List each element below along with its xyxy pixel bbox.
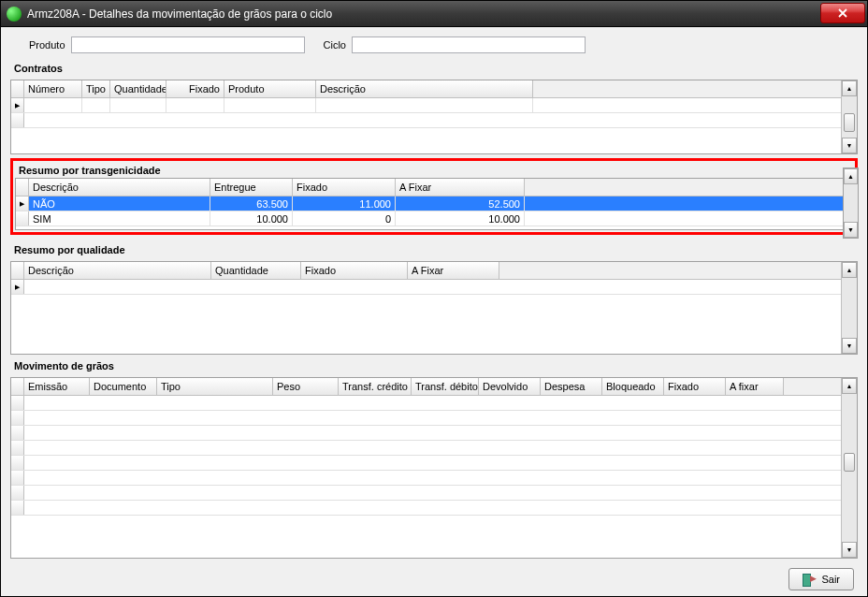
table-row[interactable]: SIM 10.000 0 10.000 — [16, 211, 852, 226]
col-produto[interactable]: Produto — [224, 80, 316, 97]
col-tipo[interactable]: Tipo — [157, 378, 273, 395]
row-indicator-icon — [11, 396, 24, 410]
col-despesa[interactable]: Despesa — [541, 378, 602, 395]
scrollbar-vertical[interactable]: ▲ ▼ — [843, 167, 859, 239]
row-indicator-icon — [11, 113, 24, 127]
col-a-fixar[interactable]: A Fixar — [408, 262, 499, 279]
col-quantidade[interactable]: Quantidade — [211, 262, 301, 279]
resumo-qualidade-title: Resumo por qualidade — [10, 242, 858, 257]
exit-icon — [803, 573, 816, 586]
col-transf-credito[interactable]: Transf. crédito — [339, 378, 412, 395]
scroll-thumb[interactable] — [844, 453, 855, 472]
titlebar-text: Armz208A - Detalhes da movimentação de g… — [27, 7, 332, 21]
row-indicator-icon — [11, 411, 24, 425]
row-indicator-icon — [11, 441, 24, 455]
row-indicator-icon — [16, 197, 29, 211]
produto-input[interactable] — [71, 36, 305, 53]
col-descricao[interactable]: Descrição — [316, 80, 533, 97]
row-indicator-icon — [11, 280, 24, 294]
scroll-down-icon[interactable]: ▼ — [842, 138, 857, 153]
col-entregue[interactable]: Entregue — [210, 179, 293, 196]
col-emissao[interactable]: Emissão — [24, 378, 90, 395]
contratos-body — [11, 98, 857, 153]
highlight-resumo-transg: Resumo por transgenicidade Descrição Ent… — [10, 158, 858, 235]
scroll-up-icon[interactable]: ▲ — [842, 378, 857, 394]
table-row[interactable]: NÃO 63.500 11.000 52.500 — [16, 197, 852, 211]
scrollbar-vertical[interactable]: ▲ ▼ — [841, 80, 857, 153]
scroll-down-icon[interactable]: ▼ — [842, 542, 857, 558]
col-tipo[interactable]: Tipo — [82, 80, 110, 97]
row-indicator-icon — [11, 456, 24, 470]
col-a-fixar[interactable]: A fixar — [726, 378, 784, 395]
scroll-up-icon[interactable]: ▲ — [844, 168, 858, 184]
movimento-title: Movimento de grãos — [10, 358, 858, 373]
table-row[interactable] — [11, 280, 857, 295]
col-descricao[interactable]: Descrição — [29, 179, 210, 196]
scroll-thumb[interactable] — [844, 113, 855, 132]
table-row[interactable] — [11, 113, 857, 128]
movimento-body — [11, 396, 857, 558]
row-indicator-icon — [11, 486, 24, 500]
table-row[interactable] — [11, 411, 857, 426]
scroll-down-icon[interactable]: ▼ — [842, 338, 857, 354]
resumo-transg-title: Resumo por transgenicidade — [15, 163, 853, 178]
titlebar: Armz208A - Detalhes da movimentação de g… — [1, 1, 867, 27]
col-bloqueado[interactable]: Bloqueado — [602, 378, 664, 395]
col-fixado[interactable]: Fixado — [166, 80, 224, 97]
table-row[interactable] — [11, 456, 857, 471]
close-button[interactable] — [820, 3, 865, 23]
resumo-qualidade-grid[interactable]: Descrição Quantidade Fixado A Fixar ▲ ▼ — [10, 261, 858, 355]
col-devolvido[interactable]: Devolvido — [479, 378, 541, 395]
contratos-grid[interactable]: Número Tipo Quantidade Fixado Produto De… — [10, 80, 858, 154]
col-peso[interactable]: Peso — [273, 378, 339, 395]
row-indicator-icon — [16, 211, 29, 226]
table-row[interactable] — [11, 501, 857, 516]
movimento-grid[interactable]: Emissão Documento Tipo Peso Transf. créd… — [10, 377, 858, 559]
col-fixado[interactable]: Fixado — [301, 262, 408, 279]
resumo-transg-body: NÃO 63.500 11.000 52.500 SIM 10.000 0 10… — [16, 197, 852, 229]
produto-label: Produto — [29, 39, 65, 51]
bottom-bar: Sair — [10, 562, 858, 590]
table-row[interactable] — [11, 441, 857, 456]
resumo-qualidade-body — [11, 280, 857, 354]
table-row[interactable] — [11, 396, 857, 411]
col-descricao[interactable]: Descrição — [24, 262, 211, 279]
exit-button[interactable]: Sair — [788, 568, 854, 590]
col-transf-debito[interactable]: Transf. débito — [412, 378, 479, 395]
table-row[interactable] — [11, 486, 857, 501]
col-quantidade[interactable]: Quantidade — [110, 80, 166, 97]
exit-button-label: Sair — [821, 574, 840, 585]
ciclo-input[interactable] — [352, 36, 586, 53]
main-window: Armz208A - Detalhes da movimentação de g… — [0, 0, 868, 597]
table-row[interactable] — [11, 98, 857, 113]
content-area: Produto Ciclo Contratos Número Tipo Quan… — [1, 27, 867, 596]
col-numero[interactable]: Número — [24, 80, 82, 97]
row-indicator-icon — [11, 98, 24, 112]
resumo-transg-grid[interactable]: Descrição Entregue Fixado A Fixar NÃO 63… — [15, 178, 853, 230]
row-indicator-icon — [11, 501, 24, 515]
filter-row: Produto Ciclo — [10, 33, 858, 57]
ciclo-label: Ciclo — [324, 39, 346, 51]
app-icon — [7, 7, 22, 22]
row-indicator-icon — [11, 426, 24, 440]
scroll-up-icon[interactable]: ▲ — [842, 262, 857, 278]
scroll-down-icon[interactable]: ▼ — [844, 222, 858, 238]
table-row[interactable] — [11, 426, 857, 441]
col-fixado[interactable]: Fixado — [664, 378, 726, 395]
contratos-title: Contratos — [10, 61, 858, 76]
scroll-up-icon[interactable]: ▲ — [842, 80, 857, 96]
table-row[interactable] — [11, 471, 857, 486]
scrollbar-vertical[interactable]: ▲ ▼ — [841, 262, 857, 354]
scrollbar-vertical[interactable]: ▲ ▼ — [841, 378, 857, 558]
col-fixado[interactable]: Fixado — [293, 179, 396, 196]
col-a-fixar[interactable]: A Fixar — [396, 179, 525, 196]
col-documento[interactable]: Documento — [90, 378, 157, 395]
row-indicator-icon — [11, 471, 24, 485]
